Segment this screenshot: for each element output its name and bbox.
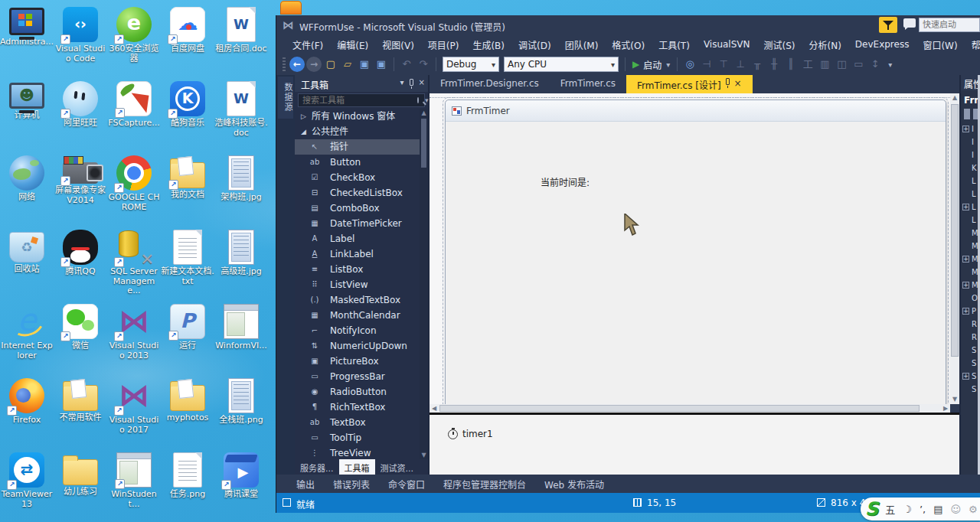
timer-component[interactable]: timer1 xyxy=(448,429,493,439)
desktop-icon[interactable]: ‹›↗Visual Studio Code xyxy=(54,3,107,77)
menu-item[interactable]: 生成(B) xyxy=(466,36,511,54)
expand-icon[interactable]: + xyxy=(962,373,969,380)
scroll-up-icon[interactable]: ▲ xyxy=(420,109,428,117)
search-icon[interactable] xyxy=(417,97,419,103)
toolbox-scrollbar[interactable]: ▲ ▼ xyxy=(420,109,428,459)
label-control[interactable]: 当前时间是: xyxy=(541,175,590,188)
menu-item[interactable]: VisualSVN xyxy=(697,37,757,52)
desktop-icon[interactable]: P↗运行 xyxy=(161,300,214,374)
toolbox-header[interactable]: 工具箱 ▾ × xyxy=(295,75,428,92)
desktop-icon[interactable]: ☻计算机 xyxy=(0,77,54,152)
menu-item[interactable]: 团队(M) xyxy=(558,36,606,54)
toolbox-item[interactable]: abButton xyxy=(295,155,420,170)
quick-launch-box[interactable] xyxy=(919,18,980,32)
toolbox-item[interactable]: ▦MonthCalendar xyxy=(295,308,420,323)
bottom-panel-tab[interactable]: 命令窗口 xyxy=(388,478,425,491)
expand-icon[interactable]: + xyxy=(962,256,969,263)
menu-item[interactable]: 文件(F) xyxy=(286,36,330,54)
menu-item[interactable]: 编辑(E) xyxy=(330,36,375,54)
desktop-icon[interactable]: eInternet Explorer xyxy=(0,300,54,374)
toolbox-item[interactable]: ALabel xyxy=(295,231,420,246)
desktop-icon[interactable]: ⋈↗Visual Studio 2013 xyxy=(107,300,161,374)
redo-icon[interactable]: ↷ xyxy=(416,57,431,72)
undo-icon[interactable]: ↶ xyxy=(399,57,414,72)
pin-icon[interactable] xyxy=(410,79,413,86)
save-icon[interactable]: ▣ xyxy=(357,57,372,72)
desktop-icon[interactable]: 架构班.jpg xyxy=(214,152,268,226)
toolbox-item[interactable]: ¶RichTextBox xyxy=(295,400,420,415)
designer-vertical-scrollbar[interactable]: ▲ ▼ xyxy=(950,93,959,404)
expand-icon[interactable]: + xyxy=(962,204,969,210)
desktop-icon[interactable]: ▶↗腾讯课堂 xyxy=(214,449,268,522)
back-icon[interactable]: ← xyxy=(289,57,305,72)
feedback-icon[interactable] xyxy=(903,18,916,28)
bottom-panel-tab[interactable]: 错误列表 xyxy=(333,478,370,491)
chevron-down-icon[interactable]: ▾ xyxy=(400,78,404,86)
bring-front-icon[interactable]: ◫ xyxy=(834,57,849,72)
document-tab[interactable]: FrmTimer.cs xyxy=(550,75,626,93)
keyboard-icon[interactable]: ▤ xyxy=(933,504,942,515)
partially-hidden-desktop-icon[interactable] xyxy=(280,1,302,15)
desktop-icon[interactable]: WinformVI... xyxy=(214,300,268,374)
desktop-icon[interactable]: 网络 xyxy=(0,152,54,226)
toolbox-item[interactable]: ▭ProgressBar xyxy=(295,369,420,384)
desktop-icon[interactable]: e↗360安全浏览器 xyxy=(107,3,161,77)
menu-item[interactable]: 分析(N) xyxy=(802,36,848,54)
send-back-icon[interactable]: ▭ xyxy=(851,57,866,72)
scroll-left-icon[interactable]: ◀ xyxy=(430,404,439,413)
emoji-icon[interactable]: ☺ xyxy=(951,504,962,515)
same-size-icon[interactable]: ╫ xyxy=(766,57,782,72)
menu-item[interactable]: 格式(O) xyxy=(605,36,652,54)
desktop-icon[interactable]: K↗酷狗音乐 xyxy=(161,77,214,152)
toolbar-overflow-icon[interactable]: ▾ xyxy=(888,60,892,69)
toolbox-item[interactable]: ▤ComboBox xyxy=(295,201,420,216)
toolbox-item[interactable]: ALinkLabel xyxy=(295,246,420,262)
size-to-grid-icon[interactable]: 工 xyxy=(800,57,815,72)
menu-item[interactable]: 项目(P) xyxy=(421,36,466,54)
toolbox-item[interactable]: (.)MaskedTextBox xyxy=(295,292,420,308)
bottom-panel-tab[interactable]: 程序包管理器控制台 xyxy=(443,478,526,491)
desktop-icon[interactable]: myphotos xyxy=(161,374,214,449)
scroll-right-icon[interactable]: ▶ xyxy=(941,404,950,413)
scroll-down-icon[interactable]: ▼ xyxy=(950,395,959,404)
desktop-icon[interactable]: ↗阿里旺旺 xyxy=(54,77,107,152)
tab-order-icon[interactable]: ↕ xyxy=(867,57,883,72)
document-tab[interactable]: FrmTimer.cs [设计]× xyxy=(626,75,753,93)
desktop-icon[interactable]: 任务.png xyxy=(161,449,214,522)
sogou-logo-icon[interactable]: S xyxy=(865,498,878,520)
menu-item[interactable]: 测试(S) xyxy=(757,36,802,54)
desktop-icon[interactable]: 幼儿练习 xyxy=(54,449,107,522)
menu-item[interactable]: 工具(T) xyxy=(652,36,697,54)
toolbox-item[interactable]: ▭ToolTip xyxy=(295,430,420,445)
scroll-down-icon[interactable]: ▼ xyxy=(420,451,428,459)
designer-horizontal-scrollbar[interactable]: ◀ ▶ xyxy=(430,404,950,413)
toolbox-item[interactable]: ▦DateTimePicker xyxy=(295,216,420,231)
notifications-filter-icon[interactable] xyxy=(879,17,897,33)
desktop-icon[interactable]: ↗我的文档 xyxy=(161,152,214,226)
align-top-icon[interactable]: ⊤ xyxy=(716,57,731,72)
close-icon[interactable]: × xyxy=(419,78,425,86)
desktop-icon[interactable]: 高级班.jpg xyxy=(214,226,268,300)
toolbox-item[interactable]: ⇅NumericUpDown xyxy=(295,338,420,354)
desktop-icon[interactable]: 不常用软件 xyxy=(54,374,107,449)
expand-icon[interactable]: + xyxy=(962,126,969,132)
toolbox-group[interactable]: ▷所有 Windows 窗体 xyxy=(295,109,420,124)
desktop-icon[interactable]: ↗Firefox xyxy=(0,374,54,449)
pin-icon[interactable] xyxy=(726,78,730,85)
desktop-icon[interactable]: W租房合同.doc xyxy=(214,3,268,77)
save-all-icon[interactable]: ▣ xyxy=(374,57,389,72)
toolbox-item[interactable]: abTextBox xyxy=(295,415,420,430)
desktop-icon[interactable]: ♻回收站 xyxy=(0,226,54,300)
toolbox-group[interactable]: ◢公共控件 xyxy=(295,124,420,139)
desktop-icon[interactable]: ✕↗SQL Server Manageme... xyxy=(107,226,161,300)
toolbox-item[interactable]: ⊟CheckedListBox xyxy=(295,185,420,201)
desktop-icon[interactable]: ↗腾讯QQ xyxy=(54,226,107,300)
close-icon[interactable]: × xyxy=(734,78,742,89)
menu-item[interactable]: 帮助(H) xyxy=(965,36,980,54)
solution-configuration-dropdown[interactable]: Debug ▾ xyxy=(443,57,499,72)
space-evenly-icon[interactable]: ║ xyxy=(783,57,799,72)
settings-wrench-icon[interactable]: ⚙ xyxy=(969,504,978,515)
toolbox-item[interactable]: ⠿ListView xyxy=(295,277,420,292)
desktop-icon[interactable]: ↗FSCapture... xyxy=(107,77,161,152)
desktop-icon[interactable]: ↗GOOGLE CHROME xyxy=(107,152,161,226)
